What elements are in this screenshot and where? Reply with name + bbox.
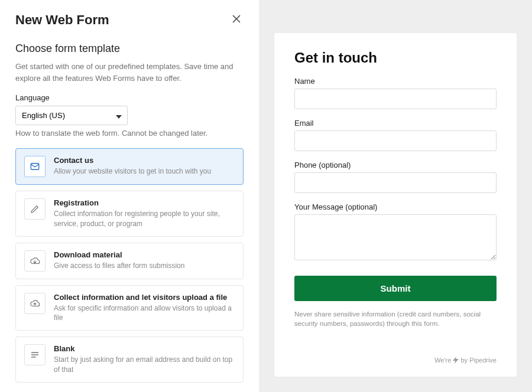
template-desc: Allow your website visitors to get in to… bbox=[54, 166, 235, 177]
preview-footer: We're by Pipedrive bbox=[294, 357, 497, 365]
template-title: Contact us bbox=[54, 156, 235, 165]
template-desc: Give access to files after form submissi… bbox=[54, 261, 235, 271]
mail-icon bbox=[24, 156, 46, 177]
submit-button[interactable]: Submit bbox=[294, 276, 497, 301]
language-label: Language bbox=[15, 93, 244, 102]
language-hint: How to translate the web form. Cannot be… bbox=[15, 129, 244, 138]
template-option-contact-us[interactable]: Contact us Allow your website visitors t… bbox=[15, 148, 244, 185]
language-select[interactable] bbox=[15, 106, 128, 125]
preview-panel: Get in touch Name Email Phone (optional)… bbox=[259, 0, 532, 392]
template-title: Registration bbox=[54, 198, 235, 207]
template-option-registration[interactable]: Registration Collect information for reg… bbox=[15, 191, 244, 237]
lines-icon bbox=[24, 344, 46, 365]
name-label: Name bbox=[294, 77, 497, 86]
message-textarea[interactable] bbox=[294, 214, 497, 260]
close-icon bbox=[232, 14, 241, 24]
phone-input[interactable] bbox=[294, 172, 497, 193]
section-title: Choose form template bbox=[15, 43, 244, 55]
template-desc: Ask for specific information and allow v… bbox=[54, 303, 235, 324]
template-chooser-panel: New Web Form Choose form template Get st… bbox=[0, 0, 259, 392]
template-desc: Start by just asking for an email addres… bbox=[54, 355, 235, 375]
template-title: Download material bbox=[54, 250, 235, 259]
template-option-download[interactable]: Download material Give access to files a… bbox=[15, 243, 244, 279]
template-title: Collect information and let visitors upl… bbox=[54, 293, 235, 302]
message-label: Your Message (optional) bbox=[294, 202, 497, 211]
dialog-title: New Web Form bbox=[15, 12, 109, 28]
template-option-blank[interactable]: Blank Start by just asking for an email … bbox=[15, 337, 244, 383]
template-desc: Collect information for registering peop… bbox=[54, 209, 235, 229]
section-description: Get started with one of our predefined t… bbox=[15, 61, 244, 84]
name-input[interactable] bbox=[294, 89, 497, 109]
preview-title: Get in touch bbox=[294, 50, 497, 66]
cloud-upload-icon bbox=[24, 293, 46, 314]
disclaimer-text: Never share sensitive information (credi… bbox=[294, 309, 497, 328]
email-input[interactable] bbox=[294, 130, 497, 151]
template-option-upload[interactable]: Collect information and let visitors upl… bbox=[15, 285, 244, 331]
pencil-icon bbox=[24, 198, 46, 220]
close-button[interactable] bbox=[229, 12, 244, 28]
cloud-download-icon bbox=[24, 250, 46, 272]
phone-label: Phone (optional) bbox=[294, 161, 497, 169]
footer-prefix: We're bbox=[434, 357, 453, 364]
bolt-icon bbox=[453, 357, 459, 365]
template-list: Contact us Allow your website visitors t… bbox=[15, 148, 244, 383]
footer-suffix: by Pipedrive bbox=[460, 357, 497, 364]
email-label: Email bbox=[294, 119, 497, 128]
template-title: Blank bbox=[54, 344, 235, 353]
form-preview-card: Get in touch Name Email Phone (optional)… bbox=[274, 33, 517, 377]
